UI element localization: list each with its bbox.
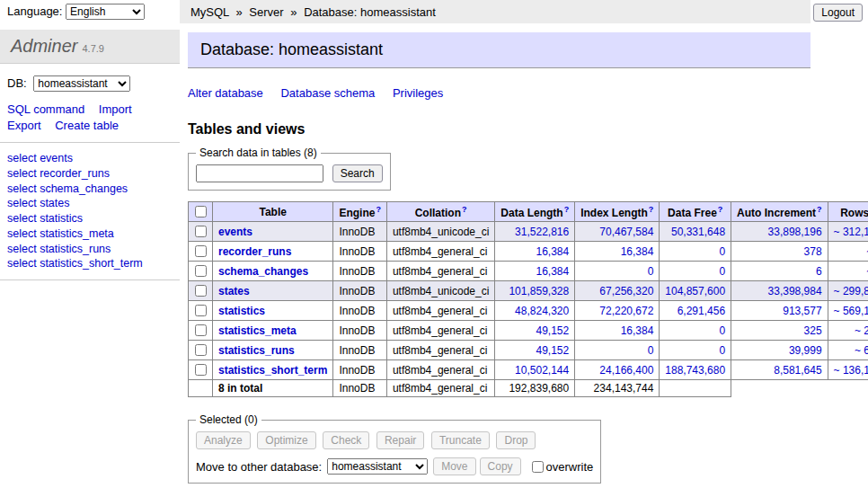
data-length-cell[interactable]: 10,502,144 <box>495 360 575 380</box>
index-length-cell[interactable]: 16,384 <box>575 321 660 341</box>
rows-count-cell[interactable]: ~ 136,108 <box>828 360 868 380</box>
rows-count-cell[interactable]: ~ 628 <box>828 341 868 360</box>
data-free-cell[interactable]: 0 <box>660 321 731 341</box>
row-select-checkbox[interactable] <box>195 265 207 277</box>
data-length-cell[interactable]: 49,152 <box>495 341 575 360</box>
data-free-help-link[interactable]: ? <box>718 205 723 214</box>
data-free-cell[interactable]: 50,331,648 <box>660 222 731 242</box>
row-select-checkbox[interactable] <box>195 305 207 316</box>
data-length-cell[interactable]: 49,152 <box>495 321 575 341</box>
table-link[interactable]: schema_changes <box>218 265 308 278</box>
auto-increment-cell[interactable]: 6 <box>731 262 828 281</box>
data-free-cell[interactable]: 6,291,456 <box>660 301 731 321</box>
auto-increment-cell[interactable]: 378 <box>731 242 828 262</box>
auto-increment-cell[interactable]: 913,577 <box>731 301 828 321</box>
sidebar-item-select-states[interactable]: select states <box>7 196 173 211</box>
index-length-cell[interactable]: 0 <box>575 262 660 281</box>
check-button[interactable]: Check <box>323 431 369 449</box>
sidebar-tables-list: select events select recorder_runs selec… <box>0 142 180 280</box>
table-link[interactable]: states <box>218 285 250 297</box>
index-length-cell[interactable]: 0 <box>575 341 660 360</box>
data-free-cell[interactable]: 0 <box>660 242 731 262</box>
breadcrumb-link-server[interactable]: Server <box>249 5 283 19</box>
table-link[interactable]: statistics_runs <box>218 344 295 357</box>
copy-button[interactable]: Copy <box>480 457 521 475</box>
rows-count-cell[interactable]: ~ 3 <box>828 262 868 281</box>
row-select-checkbox[interactable] <box>195 344 207 356</box>
engine-help-link[interactable]: ? <box>376 205 381 214</box>
sidebar-item-select-statistics-runs[interactable]: select statistics_runs <box>7 242 173 257</box>
rows-count-cell[interactable]: ~ 5 <box>828 242 868 262</box>
total-engine-cell: InnoDB <box>333 380 387 397</box>
data-length-cell[interactable]: 31,522,816 <box>495 222 575 242</box>
truncate-button[interactable]: Truncate <box>431 431 490 449</box>
data-free-cell[interactable]: 188,743,680 <box>660 360 731 380</box>
db-select[interactable]: homeassistant <box>33 75 130 92</box>
auto-increment-cell[interactable]: 33,398,984 <box>731 281 828 301</box>
index-length-help-link[interactable]: ? <box>649 205 654 214</box>
row-select-checkbox[interactable] <box>195 285 207 297</box>
breadcrumb-link-mysql[interactable]: MySQL <box>190 5 229 19</box>
sidebar-item-select-statistics-short-term[interactable]: select statistics_short_term <box>7 256 173 271</box>
col-header-index-length: Index Length? <box>575 202 660 222</box>
index-length-cell[interactable]: 24,166,400 <box>575 360 660 380</box>
search-fieldset: Search data in tables (8) Search <box>188 146 391 191</box>
sidebar-item-select-recorder-runs[interactable]: select recorder_runs <box>7 166 173 182</box>
repair-button[interactable]: Repair <box>376 431 424 449</box>
overwrite-checkbox[interactable] <box>532 461 544 473</box>
privileges-link[interactable]: Privileges <box>393 86 443 100</box>
move-db-select[interactable]: homeassistant <box>327 458 428 475</box>
data-free-cell[interactable]: 0 <box>660 341 731 360</box>
rows-count-cell[interactable]: ~ 312,180 <box>828 222 868 242</box>
move-button[interactable]: Move <box>433 457 475 475</box>
sidebar-item-select-schema-changes[interactable]: select schema_changes <box>7 182 173 197</box>
table-link[interactable]: statistics <box>218 305 265 317</box>
search-button[interactable]: Search <box>332 164 383 182</box>
row-select-checkbox[interactable] <box>195 245 207 257</box>
index-length-cell[interactable]: 67,256,320 <box>575 281 660 301</box>
search-input[interactable] <box>196 164 323 182</box>
sidebar-item-select-statistics-meta[interactable]: select statistics_meta <box>7 226 173 242</box>
rows-count-cell[interactable]: ~ 244 <box>828 321 868 341</box>
table-row: states InnoDB utf8mb4_unicode_ci 101,859… <box>189 281 868 301</box>
table-link[interactable]: recorder_runs <box>218 245 291 258</box>
auto-increment-help-link[interactable]: ? <box>817 205 822 214</box>
sidebar-item-select-statistics[interactable]: select statistics <box>7 211 173 226</box>
data-length-cell[interactable]: 16,384 <box>495 242 575 262</box>
alter-database-link[interactable]: Alter database <box>188 86 263 100</box>
index-length-cell[interactable]: 16,384 <box>575 242 660 262</box>
language-select[interactable]: English <box>66 4 145 20</box>
data-length-cell[interactable]: 48,824,320 <box>495 301 575 321</box>
rows-count-cell[interactable]: ~ 569,159 <box>828 301 868 321</box>
table-link[interactable]: statistics_meta <box>218 324 297 337</box>
auto-increment-cell[interactable]: 39,999 <box>731 341 828 360</box>
rows-count-cell[interactable]: ~ 299,833 <box>828 281 868 301</box>
data-length-cell[interactable]: 101,859,328 <box>495 281 575 301</box>
drop-button[interactable]: Drop <box>496 431 536 449</box>
collation-help-link[interactable]: ? <box>462 205 467 214</box>
sidebar-link-export[interactable]: Export <box>7 119 41 132</box>
auto-increment-cell[interactable]: 325 <box>731 321 828 341</box>
row-select-checkbox[interactable] <box>195 324 207 336</box>
index-length-cell[interactable]: 70,467,584 <box>575 222 660 242</box>
data-free-cell[interactable]: 104,857,600 <box>660 281 731 301</box>
analyze-button[interactable]: Analyze <box>196 431 251 449</box>
sidebar-link-import[interactable]: Import <box>99 102 132 116</box>
auto-increment-cell[interactable]: 8,581,645 <box>731 360 828 380</box>
logout-button[interactable]: Logout <box>813 4 863 22</box>
data-length-help-link[interactable]: ? <box>564 205 570 214</box>
row-select-checkbox[interactable] <box>195 364 207 376</box>
data-length-cell[interactable]: 16,384 <box>495 262 575 281</box>
data-free-cell[interactable]: 0 <box>660 262 731 281</box>
auto-increment-cell[interactable]: 33,898,196 <box>731 222 828 242</box>
table-link[interactable]: statistics_short_term <box>218 364 327 377</box>
row-select-checkbox[interactable] <box>195 226 207 237</box>
index-length-cell[interactable]: 72,220,672 <box>575 301 660 321</box>
optimize-button[interactable]: Optimize <box>257 431 315 449</box>
sidebar-link-sql-command[interactable]: SQL command <box>7 102 84 116</box>
select-all-checkbox[interactable] <box>195 206 207 217</box>
table-link[interactable]: events <box>218 226 252 238</box>
sidebar-item-select-events[interactable]: select events <box>7 151 173 166</box>
database-schema-link[interactable]: Database schema <box>280 86 375 100</box>
sidebar-link-create-table[interactable]: Create table <box>55 119 119 132</box>
